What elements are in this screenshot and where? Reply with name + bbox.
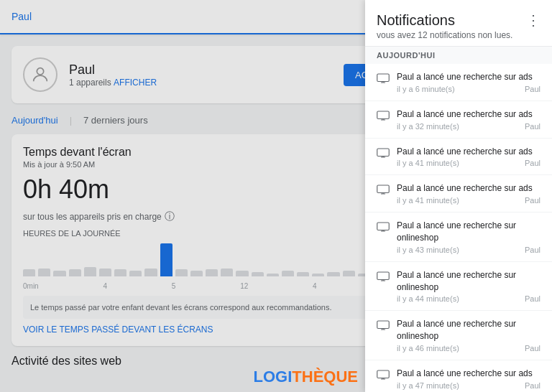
notif-meta: il y a 6 minute(s) Paul (397, 85, 540, 93)
notif-time: il y a 43 minute(s) (397, 246, 459, 254)
notif-item[interactable]: Paul a lancé une recherche sur ads il y … (365, 64, 552, 101)
notif-time: il y a 47 minute(s) (397, 381, 459, 390)
notif-text: Paul a lancé une recherche sur onlinesho… (397, 269, 540, 294)
notif-body: Paul a lancé une recherche sur ads il y … (397, 108, 540, 131)
notif-user: Paul (525, 85, 540, 93)
device-icon (377, 109, 390, 124)
notif-time: il y a 6 minute(s) (397, 85, 455, 93)
notif-section-today: AUJOURD'HUI (365, 47, 552, 64)
notif-meta: il y a 41 minute(s) Paul (397, 196, 540, 205)
device-icon (377, 72, 390, 87)
notif-text: Paul a lancé une recherche sur ads (397, 146, 540, 158)
device-icon (377, 146, 390, 162)
notif-item[interactable]: Paul a lancé une recherche sur ads il y … (365, 139, 552, 176)
notif-text: Paul a lancé une recherche sur onlinesho… (397, 318, 540, 342)
notif-time: il y a 46 minute(s) (397, 344, 459, 353)
notif-text: Paul a lancé une recherche sur ads (397, 368, 540, 380)
notif-user: Paul (525, 344, 540, 353)
svg-rect-8 (377, 370, 390, 378)
notif-user: Paul (525, 159, 540, 167)
notif-user: Paul (525, 246, 540, 254)
notif-body: Paul a lancé une recherche sur ads il y … (397, 182, 540, 205)
notif-meta: il y a 43 minute(s) Paul (397, 246, 540, 254)
notif-user: Paul (525, 294, 540, 303)
notif-meta: il y a 41 minute(s) Paul (397, 159, 540, 167)
device-icon (377, 183, 390, 198)
notif-subtitle: vous avez 12 notifications non lues. (377, 30, 540, 40)
notif-title: Notifications ⋮ (377, 11, 540, 29)
notif-item[interactable]: Paul a lancé une recherche sur onlinesho… (365, 311, 552, 360)
notif-header: Notifications ⋮ vous avez 12 notificatio… (365, 0, 552, 47)
svg-rect-6 (377, 272, 390, 280)
notif-meta: il y a 46 minute(s) Paul (397, 344, 540, 353)
svg-rect-4 (377, 185, 390, 193)
svg-rect-7 (377, 321, 390, 329)
notif-time: il y a 44 minute(s) (397, 294, 459, 303)
notif-item[interactable]: Paul a lancé une recherche sur ads il y … (365, 360, 552, 392)
device-icon (377, 270, 390, 285)
notif-user: Paul (525, 381, 540, 390)
notif-text: Paul a lancé une recherche sur ads (397, 108, 540, 121)
watermark: LOGITHÈQUE (254, 368, 358, 386)
notif-time: il y a 32 minute(s) (397, 122, 459, 131)
notif-body: Paul a lancé une recherche sur onlinesho… (397, 269, 540, 304)
notif-item[interactable]: Paul a lancé une recherche sur ads il y … (365, 175, 552, 213)
notif-item[interactable]: Paul a lancé une recherche sur onlinesho… (365, 262, 552, 312)
notif-body: Paul a lancé une recherche sur ads il y … (397, 71, 540, 93)
overlay (0, 0, 365, 392)
device-icon (377, 319, 390, 334)
notif-text: Paul a lancé une recherche sur ads (397, 71, 540, 83)
notif-body: Paul a lancé une recherche sur onlinesho… (397, 318, 540, 353)
notif-meta: il y a 44 minute(s) Paul (397, 294, 540, 303)
notif-more-icon[interactable]: ⋮ (526, 11, 540, 29)
svg-rect-5 (377, 223, 390, 230)
notif-text: Paul a lancé une recherche sur ads (397, 182, 540, 195)
notif-item[interactable]: Paul a lancé une recherche sur onlinesho… (365, 213, 552, 262)
svg-rect-3 (377, 149, 390, 157)
notif-body: Paul a lancé une recherche sur onlinesho… (397, 220, 540, 254)
notif-item[interactable]: Paul a lancé une recherche sur ads il y … (365, 101, 552, 139)
svg-rect-1 (377, 74, 390, 82)
svg-rect-2 (377, 111, 390, 119)
notif-body: Paul a lancé une recherche sur ads il y … (397, 146, 540, 168)
notif-user: Paul (525, 122, 540, 131)
notif-meta: il y a 32 minute(s) Paul (397, 122, 540, 131)
notif-list: Paul a lancé une recherche sur ads il y … (365, 64, 552, 392)
notif-meta: il y a 47 minute(s) Paul (397, 381, 540, 390)
device-icon (377, 220, 390, 235)
notifications-panel: Notifications ⋮ vous avez 12 notificatio… (365, 0, 552, 392)
notif-time: il y a 41 minute(s) (397, 159, 459, 167)
notif-user: Paul (525, 196, 540, 205)
notif-time: il y a 41 minute(s) (397, 196, 459, 205)
notif-body: Paul a lancé une recherche sur ads il y … (397, 368, 540, 390)
device-icon (377, 368, 390, 383)
notif-text: Paul a lancé une recherche sur onlinesho… (397, 220, 540, 244)
